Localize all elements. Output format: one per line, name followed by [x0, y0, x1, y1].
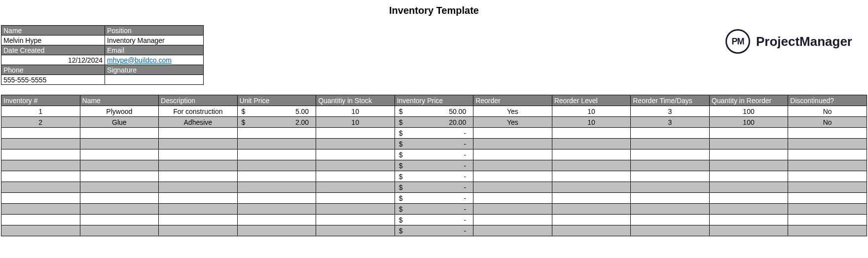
cell-name[interactable] — [80, 215, 159, 225]
cell-inventory-price[interactable]: $50.00 — [395, 106, 473, 117]
cell-name[interactable] — [80, 225, 159, 236]
cell-qty-stock[interactable]: 10 — [316, 117, 395, 128]
cell-inventory-num[interactable]: 2 — [1, 117, 80, 128]
cell-inventory-price[interactable]: $- — [395, 204, 473, 215]
cell-discontinued[interactable]: No — [788, 117, 867, 128]
cell-unit-price[interactable] — [237, 139, 316, 149]
cell-discontinued[interactable] — [788, 225, 867, 236]
cell-inventory-price[interactable]: $20.00 — [395, 117, 473, 128]
cell-inventory-price[interactable]: $- — [395, 160, 473, 171]
cell-qty-stock[interactable] — [316, 160, 395, 171]
cell-qty-stock[interactable] — [316, 139, 395, 149]
cell-discontinued[interactable] — [788, 149, 867, 160]
cell-unit-price[interactable] — [237, 204, 316, 215]
cell-discontinued[interactable] — [788, 128, 867, 139]
cell-inventory-num[interactable] — [1, 149, 80, 160]
cell-unit-price[interactable] — [237, 193, 316, 204]
cell-discontinued[interactable] — [788, 204, 867, 215]
cell-description[interactable] — [159, 204, 238, 215]
cell-qty-reorder[interactable]: 100 — [709, 117, 788, 128]
cell-unit-price[interactable] — [237, 225, 316, 236]
cell-description[interactable] — [159, 139, 238, 149]
cell-discontinued[interactable] — [788, 182, 867, 193]
cell-inventory-num[interactable]: 1 — [1, 106, 80, 117]
cell-reorder-time[interactable] — [631, 160, 710, 171]
cell-inventory-num[interactable] — [1, 215, 80, 225]
cell-discontinued[interactable] — [788, 139, 867, 149]
cell-reorder-time[interactable] — [631, 204, 710, 215]
cell-name[interactable] — [80, 204, 159, 215]
cell-qty-stock[interactable] — [316, 204, 395, 215]
cell-unit-price[interactable]: $2.00 — [237, 117, 316, 128]
cell-discontinued[interactable] — [788, 171, 867, 182]
cell-qty-reorder[interactable]: 100 — [709, 106, 788, 117]
cell-name[interactable] — [80, 128, 159, 139]
cell-inventory-price[interactable]: $- — [395, 171, 473, 182]
cell-reorder-time[interactable] — [631, 139, 710, 149]
cell-qty-reorder[interactable] — [709, 182, 788, 193]
cell-unit-price[interactable] — [237, 160, 316, 171]
cell-reorder-level[interactable] — [552, 139, 631, 149]
cell-description[interactable] — [159, 193, 238, 204]
cell-inventory-num[interactable] — [1, 160, 80, 171]
cell-description[interactable] — [159, 182, 238, 193]
cell-reorder[interactable] — [473, 128, 552, 139]
cell-reorder-level[interactable] — [552, 215, 631, 225]
cell-inventory-num[interactable] — [1, 204, 80, 215]
cell-inventory-price[interactable]: $- — [395, 128, 473, 139]
cell-unit-price[interactable] — [237, 128, 316, 139]
info-phone-value[interactable]: 555-555-5555 — [1, 75, 105, 85]
cell-qty-reorder[interactable] — [709, 171, 788, 182]
cell-qty-stock[interactable] — [316, 182, 395, 193]
cell-reorder-level[interactable] — [552, 171, 631, 182]
cell-qty-reorder[interactable] — [709, 193, 788, 204]
info-date-value[interactable]: 12/12/2024 — [1, 55, 105, 65]
cell-reorder-time[interactable] — [631, 149, 710, 160]
cell-description[interactable] — [159, 160, 238, 171]
cell-description[interactable]: For construction — [159, 106, 238, 117]
info-signature-value[interactable] — [105, 75, 204, 85]
cell-inventory-num[interactable] — [1, 171, 80, 182]
cell-qty-reorder[interactable] — [709, 139, 788, 149]
cell-name[interactable] — [80, 149, 159, 160]
cell-inventory-price[interactable]: $- — [395, 225, 473, 236]
cell-qty-stock[interactable] — [316, 128, 395, 139]
cell-reorder[interactable] — [473, 193, 552, 204]
cell-reorder-level[interactable] — [552, 204, 631, 215]
cell-reorder[interactable] — [473, 139, 552, 149]
cell-reorder[interactable] — [473, 225, 552, 236]
cell-name[interactable]: Plywood — [80, 106, 159, 117]
cell-reorder[interactable] — [473, 204, 552, 215]
cell-name[interactable] — [80, 171, 159, 182]
cell-reorder[interactable]: Yes — [473, 117, 552, 128]
cell-qty-reorder[interactable] — [709, 128, 788, 139]
cell-reorder-time[interactable] — [631, 171, 710, 182]
cell-qty-stock[interactable]: 10 — [316, 106, 395, 117]
info-name-value[interactable]: Melvin Hype — [1, 36, 105, 45]
cell-unit-price[interactable] — [237, 215, 316, 225]
cell-name[interactable] — [80, 139, 159, 149]
cell-reorder-level[interactable] — [552, 149, 631, 160]
cell-reorder-time[interactable] — [631, 215, 710, 225]
cell-description[interactable] — [159, 128, 238, 139]
cell-unit-price[interactable]: $5.00 — [237, 106, 316, 117]
cell-inventory-num[interactable] — [1, 139, 80, 149]
cell-name[interactable] — [80, 182, 159, 193]
cell-inventory-num[interactable] — [1, 193, 80, 204]
info-position-value[interactable]: Inventory Manager — [105, 36, 204, 45]
cell-qty-reorder[interactable] — [709, 149, 788, 160]
cell-reorder-level[interactable] — [552, 128, 631, 139]
cell-reorder-level[interactable] — [552, 160, 631, 171]
cell-reorder-time[interactable] — [631, 225, 710, 236]
email-link[interactable]: mhype@buildco.com — [107, 56, 172, 64]
cell-reorder[interactable]: Yes — [473, 106, 552, 117]
cell-qty-stock[interactable] — [316, 149, 395, 160]
cell-reorder[interactable] — [473, 160, 552, 171]
cell-reorder-time[interactable] — [631, 182, 710, 193]
cell-qty-reorder[interactable] — [709, 225, 788, 236]
cell-inventory-num[interactable] — [1, 182, 80, 193]
cell-reorder-time[interactable]: 3 — [631, 117, 710, 128]
cell-qty-stock[interactable] — [316, 171, 395, 182]
cell-discontinued[interactable] — [788, 215, 867, 225]
cell-inventory-price[interactable]: $- — [395, 139, 473, 149]
